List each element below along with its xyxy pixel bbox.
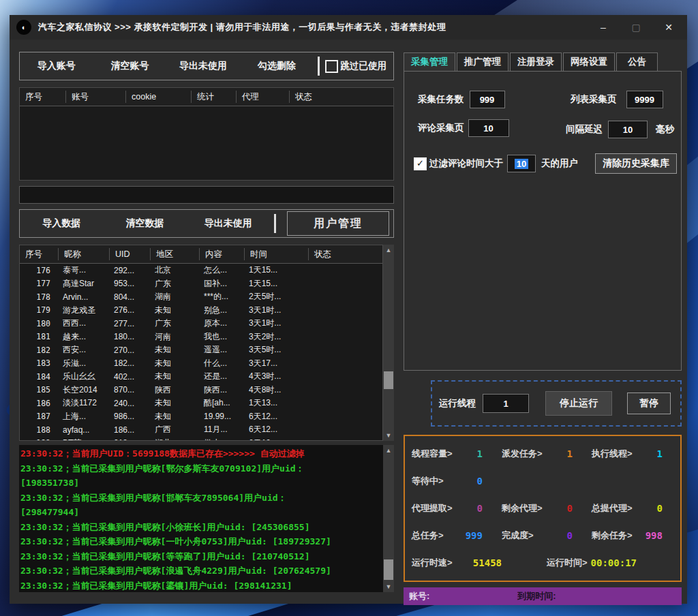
table-row[interactable]: 180西西...277...广东原本...3天1时... bbox=[20, 317, 382, 330]
tab-collect-manage[interactable]: 采集管理 bbox=[404, 52, 455, 72]
filter-days-input[interactable]: 10 bbox=[507, 155, 536, 172]
title-bar[interactable]: ◐ 汽车之家私信协议 >>> 承接软件定制开发 | 请勿用于非法用途，一切后果与… bbox=[10, 15, 687, 40]
table-cell: 长空2014 bbox=[59, 384, 110, 396]
table-cell: 我也... bbox=[200, 331, 245, 343]
table-cell: 未知 bbox=[151, 371, 200, 382]
table-cell: 177 bbox=[20, 279, 59, 288]
stat-label: 派发任务> bbox=[498, 448, 543, 460]
column-header[interactable]: 代理 bbox=[237, 91, 290, 103]
table-cell: 181 bbox=[20, 332, 59, 341]
scroll-up-icon[interactable]: ▲ bbox=[383, 445, 394, 456]
account-table-body[interactable] bbox=[20, 106, 393, 180]
run-thread-input[interactable]: 1 bbox=[483, 394, 529, 413]
user-table-scrollbar[interactable]: ▲ ▼ bbox=[383, 245, 394, 441]
table-row[interactable]: 189BT莠218湖北枞吉6天12 bbox=[20, 437, 382, 442]
table-row[interactable]: 179游龙戏圣276...未知别急...3天1时... bbox=[20, 304, 382, 318]
interval-delay-input[interactable]: 10 bbox=[608, 121, 648, 138]
user-manage-button[interactable]: 用户管理 bbox=[287, 211, 389, 236]
scroll-down-icon[interactable]: ▼ bbox=[383, 430, 394, 441]
skip-used-checkbox[interactable] bbox=[325, 60, 338, 73]
clear-data-button[interactable]: 清空数据 bbox=[103, 217, 186, 230]
stat-item: 完成度>0 bbox=[498, 529, 588, 542]
table-cell: 酷[ah... bbox=[200, 397, 245, 409]
stat-value: 1 bbox=[567, 448, 573, 459]
minimize-button[interactable]: – bbox=[592, 18, 615, 36]
column-header[interactable]: 昵称 bbox=[59, 248, 110, 260]
table-row[interactable]: 187上海...986...未知19.99...6天12... bbox=[20, 410, 382, 424]
column-header[interactable]: 时间 bbox=[245, 248, 309, 260]
maximize-button[interactable]: ▢ bbox=[624, 18, 648, 36]
table-row[interactable]: 182西安...270...未知遥遥...3天5时... bbox=[20, 343, 382, 357]
skip-used-checkbox-group[interactable]: 跳过已使用 bbox=[324, 60, 394, 73]
stat-item: 总提代理>0 bbox=[588, 502, 678, 514]
column-header[interactable]: 状态 bbox=[309, 248, 382, 260]
import-data-button[interactable]: 导入数据 bbox=[20, 217, 103, 230]
comment-pages-input[interactable]: 10 bbox=[468, 119, 509, 137]
export-unused-accounts-button[interactable]: 导出未使用 bbox=[166, 60, 240, 72]
column-header[interactable]: 序号 bbox=[20, 248, 59, 260]
pause-button[interactable]: 暂停 bbox=[627, 392, 671, 414]
column-header[interactable]: 序号 bbox=[20, 91, 66, 103]
clear-history-button[interactable]: 清除历史采集库 bbox=[595, 153, 677, 174]
column-header[interactable]: cookie bbox=[126, 91, 192, 103]
column-header[interactable]: 内容 bbox=[200, 248, 245, 260]
right-panel: 采集管理 推广管理 注册登录 网络设置 公告 采集任务数 999 列表采集页 9… bbox=[404, 53, 682, 605]
log-lines: 23:30:32；当前用户UID：5699188数据库已存在>>>>>> 自动过… bbox=[20, 445, 383, 592]
table-row[interactable]: 183乐滋...182...未知什么...3天17... bbox=[20, 357, 382, 371]
scrollbar-thumb[interactable] bbox=[384, 559, 393, 580]
table-cell: 淡淡1172 bbox=[59, 397, 110, 409]
table-cell: 泰哥... bbox=[59, 264, 110, 276]
tab-promo-manage[interactable]: 推广管理 bbox=[457, 52, 509, 72]
table-row[interactable]: 185长空2014870...陕西陕西...4天8时... bbox=[20, 384, 382, 397]
stat-row: 代理提取>0剩余代理>0总提代理>0 bbox=[408, 502, 678, 514]
log-scrollbar[interactable]: ▲ ▼ bbox=[383, 445, 394, 592]
delete-checked-button[interactable]: 勾选删除 bbox=[240, 60, 314, 72]
run-control-group: 运行线程 1 停止运行 暂停 bbox=[431, 380, 682, 427]
column-header[interactable]: 状态 bbox=[290, 91, 393, 103]
scrollbar-thumb[interactable] bbox=[384, 371, 393, 389]
filter-comment-checkbox[interactable]: ✓ bbox=[414, 157, 427, 170]
table-cell: 乐滋... bbox=[59, 358, 110, 369]
export-unused-data-button[interactable]: 导出未使用 bbox=[187, 217, 270, 230]
import-accounts-button[interactable]: 导入账号 bbox=[20, 60, 93, 72]
table-row[interactable]: 181越来...180...河南我也...3天2时... bbox=[20, 330, 382, 344]
log-line: 23:30:32；当前已采集到用户昵称[一叶小舟0753]用户uid: [189… bbox=[20, 534, 383, 549]
table-cell: 4天3时... bbox=[245, 371, 309, 382]
log-line: 23:30:32；当前已采集到用户昵称[浪遏飞舟4229]用户uid: [207… bbox=[20, 564, 383, 579]
stats-panel: 线程容量>1派发任务>1执行线程>1等待中>0代理提取>0剩余代理>0总提代理>… bbox=[404, 435, 682, 582]
table-cell: ***的... bbox=[200, 291, 245, 303]
scroll-up-icon[interactable]: ▲ bbox=[383, 245, 394, 256]
column-header[interactable]: 账号 bbox=[66, 91, 126, 103]
table-cell: 240... bbox=[110, 399, 151, 408]
table-row[interactable]: 177髙達Star953...广东国补...1天15... bbox=[20, 277, 382, 291]
tab-announcement[interactable]: 公告 bbox=[616, 52, 658, 72]
tab-register-login[interactable]: 注册登录 bbox=[510, 52, 562, 72]
table-cell: Arvin... bbox=[59, 292, 110, 302]
table-row[interactable]: 186淡淡1172240...未知酷[ah...1天13... bbox=[20, 397, 382, 410]
table-row[interactable]: 188ayfaq...186...广西11月...6天12... bbox=[20, 423, 382, 437]
app-logo-icon: ◐ bbox=[16, 20, 31, 35]
list-pages-input[interactable]: 9999 bbox=[626, 91, 663, 108]
column-header[interactable]: 统计 bbox=[192, 91, 237, 103]
table-row[interactable]: 184乐山幺幺402...未知还是...4天3时... bbox=[20, 370, 382, 384]
account-table-header: 序号账号cookie统计代理状态 bbox=[20, 88, 393, 106]
table-cell: 218 bbox=[110, 438, 151, 441]
column-header[interactable]: 地区 bbox=[151, 248, 200, 260]
column-header[interactable]: UID bbox=[110, 248, 151, 260]
user-table-body[interactable]: 176泰哥...292...北京怎么...1天15...177髙達Star953… bbox=[20, 264, 382, 441]
table-cell: 越来... bbox=[59, 331, 110, 343]
stat-label: 代理提取> bbox=[408, 502, 453, 514]
table-cell: 未知 bbox=[151, 397, 200, 409]
table-cell: 277... bbox=[110, 319, 151, 328]
table-cell: 未知 bbox=[151, 305, 200, 316]
stop-run-button[interactable]: 停止运行 bbox=[545, 391, 612, 416]
stat-label: 执行线程> bbox=[588, 448, 633, 460]
task-count-input[interactable]: 999 bbox=[470, 91, 505, 108]
table-cell: 髙達Star bbox=[59, 278, 110, 290]
tab-network-settings[interactable]: 网络设置 bbox=[563, 52, 615, 72]
table-row[interactable]: 176泰哥...292...北京怎么...1天15... bbox=[20, 264, 382, 277]
scroll-down-icon[interactable]: ▼ bbox=[383, 581, 394, 592]
close-button[interactable]: ✕ bbox=[657, 18, 680, 36]
clear-accounts-button[interactable]: 清空账号 bbox=[93, 60, 167, 72]
table-row[interactable]: 178Arvin...804...湖南***的...2天5时... bbox=[20, 290, 382, 304]
